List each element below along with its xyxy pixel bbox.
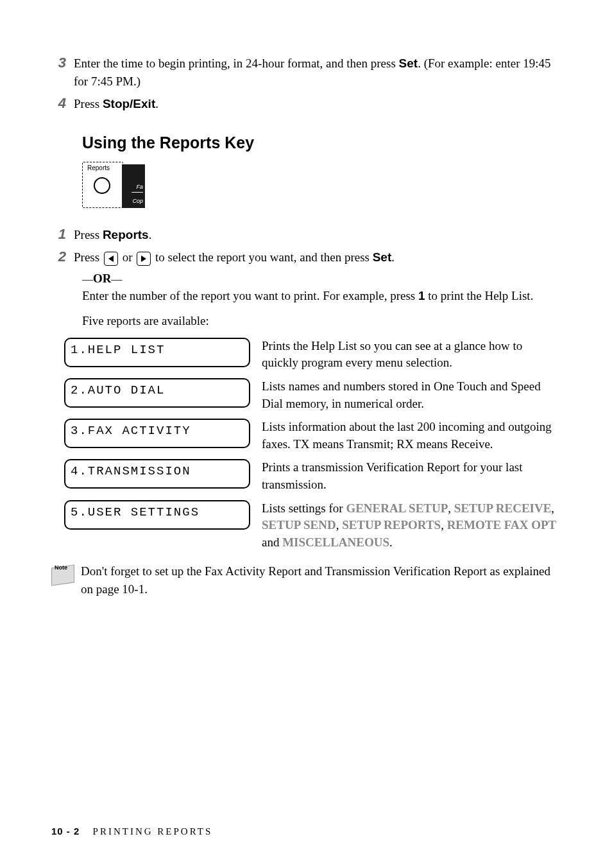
c3: , — [336, 518, 343, 532]
note-label: Note — [55, 564, 67, 571]
footer-page: 10 - 2 — [51, 826, 80, 837]
d5a: Lists settings for — [262, 501, 346, 515]
reports-diagram-label: Reports — [87, 164, 110, 171]
c1: , — [448, 501, 454, 515]
button-circle-icon — [94, 177, 110, 194]
c6: . — [389, 535, 393, 549]
step3-set: Set — [399, 56, 418, 70]
step4-text-a: Press — [74, 97, 103, 110]
c2: , — [551, 501, 554, 515]
panel-part: Fa Cop — [122, 164, 145, 208]
report-row-4: 4.TRANSMISSION Prints a transmission Ver… — [64, 459, 561, 493]
u1-c: . — [149, 228, 152, 241]
lcd-1: 1.HELP LIST — [64, 338, 250, 367]
u2-c: to select the report you want, and then … — [155, 250, 373, 264]
usage-step-1: 1 Press Reports. — [51, 226, 561, 244]
reports-list: 1.HELP LIST Prints the Help List so you … — [64, 338, 561, 551]
desc-1: Prints the Help List so you can see at a… — [262, 338, 561, 372]
step4-stopexit: Stop/Exit — [103, 97, 155, 110]
step-4: 4 Press Stop/Exit. — [51, 95, 561, 113]
step-num-3: 3 — [51, 55, 74, 71]
usage-num-1: 1 — [51, 226, 74, 243]
report-row-3: 3.FAX ACTIVITY Lists information about t… — [64, 419, 561, 453]
underline-icon — [132, 192, 143, 193]
usage-text-2: Press or to select the report you want, … — [74, 248, 561, 266]
note-icon: Note — [51, 562, 77, 586]
five-reports-intro: Five reports are available: — [82, 312, 561, 330]
step-text-3: Enter the time to begin printing, in 24-… — [74, 55, 561, 90]
right-arrow-icon — [137, 252, 151, 266]
lcd-2: 2.AUTO DIAL — [64, 378, 250, 408]
g4: SETUP REPORTS — [342, 518, 441, 532]
desc-5: Lists settings for GENERAL SETUP, SETUP … — [262, 500, 561, 551]
g1: GENERAL SETUP — [346, 501, 448, 515]
desc-3: Lists information about the last 200 inc… — [262, 419, 561, 453]
g3: SETUP SEND — [262, 518, 336, 532]
step-text-4: Press Stop/Exit. — [74, 95, 561, 113]
usage-num-2: 2 — [51, 248, 74, 265]
step-num-4: 4 — [51, 95, 74, 112]
c4: , — [441, 518, 447, 532]
or-c: to print the Help List. — [425, 289, 534, 302]
step4-text-c: . — [155, 97, 158, 110]
g6: MISCELLANEOUS — [282, 535, 389, 549]
lcd-4: 4.TRANSMISSION — [64, 459, 250, 489]
cop-label: Cop — [132, 198, 143, 204]
report-row-2: 2.AUTO DIAL Lists names and numbers stor… — [64, 378, 561, 412]
reports-button-diagram: Reports Fa Cop — [82, 162, 146, 213]
or-instruction: Enter the number of the report you want … — [82, 287, 561, 305]
note-body: Don't forget to set up the Fax Activity … — [81, 562, 561, 598]
heading-using-reports-key: Using the Reports Key — [82, 134, 561, 152]
report-row-5: 5.USER SETTINGS Lists settings for GENER… — [64, 500, 561, 551]
desc-2: Lists names and numbers stored in One To… — [262, 378, 561, 412]
fa-label: Fa — [136, 184, 143, 190]
g5: REMOTE FAX OPT — [447, 518, 557, 532]
page-footer: 10 - 2 PRINTING REPORTS — [51, 826, 212, 837]
c5: and — [262, 535, 282, 549]
g2: SETUP RECEIVE — [454, 501, 552, 515]
u1-a: Press — [74, 228, 103, 241]
desc-4: Prints a transmission Verification Repor… — [262, 459, 561, 493]
lcd-3: 3.FAX ACTIVITY — [64, 419, 250, 448]
usage-text-1: Press Reports. — [74, 226, 561, 244]
u1-reports: Reports — [103, 228, 149, 241]
step3-text-a: Enter the time to begin printing, in 24-… — [74, 56, 399, 70]
u2-a: Press — [74, 250, 103, 264]
footer-section: PRINTING REPORTS — [93, 826, 213, 837]
lcd-5: 5.USER SETTINGS — [64, 500, 250, 530]
step-3: 3 Enter the time to begin printing, in 2… — [51, 55, 561, 90]
or-a: Enter the number of the report you want … — [82, 289, 418, 302]
u2-b: or — [123, 250, 136, 264]
usage-step-2: 2 Press or to select the report you want… — [51, 248, 561, 266]
or-separator: ——OR—OR— — [82, 272, 561, 286]
note-block: Note Don't forget to set up the Fax Acti… — [51, 562, 561, 598]
u2-e: . — [391, 250, 395, 264]
or-b: 1 — [418, 289, 425, 302]
left-arrow-icon — [104, 252, 118, 266]
u2-set: Set — [373, 250, 392, 264]
report-row-1: 1.HELP LIST Prints the Help List so you … — [64, 338, 561, 372]
